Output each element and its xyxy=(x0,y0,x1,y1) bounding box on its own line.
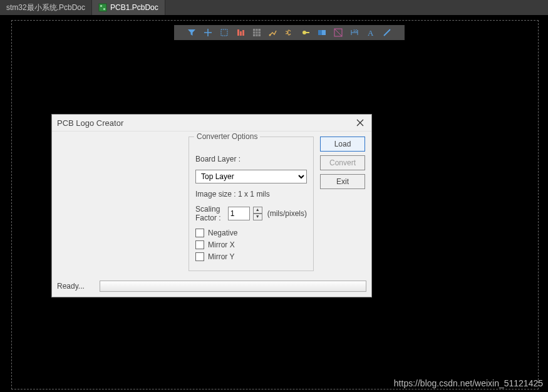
dialog-title: PCB Logo Creator xyxy=(57,118,123,128)
watermark-text: https://blog.csdn.net/weixin_51121425 xyxy=(394,378,543,388)
converter-options-group: Converter Options Board Layer : Top Laye… xyxy=(189,137,314,271)
group-legend: Converter Options xyxy=(194,132,260,141)
progress-bar xyxy=(100,281,366,292)
svg-rect-0 xyxy=(99,4,106,11)
mirror-x-checkbox-row[interactable]: Mirror X xyxy=(195,240,307,249)
image-size-text: Image size : 1 x 1 mils xyxy=(195,190,307,199)
scaling-factor-label: Scaling Factor : xyxy=(195,205,225,222)
line-icon[interactable] xyxy=(381,26,393,39)
document-tab-bar: stm32最小系统.PcbDoc PCB1.PcbDoc xyxy=(0,0,548,15)
svg-rect-7 xyxy=(253,29,261,36)
convert-button[interactable]: Convert xyxy=(320,155,365,170)
tab-pcb1[interactable]: PCB1.PcbDoc xyxy=(92,0,165,15)
text-icon[interactable]: A xyxy=(364,26,377,39)
tab-label: PCB1.PcbDoc xyxy=(110,3,158,12)
dimension-icon[interactable]: 10 xyxy=(348,26,361,39)
board-layer-select[interactable]: Top Layer xyxy=(195,170,307,183)
load-button[interactable]: Load xyxy=(320,137,365,152)
svg-rect-6 xyxy=(242,30,244,36)
preview-pane xyxy=(57,137,182,271)
close-icon[interactable] xyxy=(354,116,366,129)
tab-stm32[interactable]: stm32最小系统.PcbDoc xyxy=(0,0,92,15)
mirror-y-checkbox-row[interactable]: Mirror Y xyxy=(195,252,307,261)
svg-rect-10 xyxy=(306,32,309,33)
step-down-icon[interactable]: ▼ xyxy=(253,214,262,220)
pcb-logo-creator-dialog: PCB Logo Creator Converter Options Board… xyxy=(51,114,372,297)
select-rect-icon[interactable] xyxy=(218,26,230,39)
checkbox-icon[interactable] xyxy=(195,240,204,249)
svg-point-8 xyxy=(269,34,271,36)
svg-text:10: 10 xyxy=(353,29,358,33)
status-bar: Ready... xyxy=(52,277,371,297)
active-bar-toolbar: 10 A xyxy=(174,25,405,40)
checkbox-icon[interactable] xyxy=(195,229,204,237)
exit-button[interactable]: Exit xyxy=(320,174,365,189)
route-icon[interactable] xyxy=(267,26,279,39)
pcb-doc-icon xyxy=(98,3,107,12)
align-icon[interactable] xyxy=(234,26,247,39)
svg-rect-4 xyxy=(237,29,239,36)
svg-rect-3 xyxy=(221,29,227,36)
via-key-icon[interactable] xyxy=(299,26,312,39)
step-up-icon[interactable]: ▲ xyxy=(253,207,262,214)
status-text: Ready... xyxy=(57,282,95,291)
filter-icon[interactable] xyxy=(185,26,198,39)
grid-icon[interactable] xyxy=(251,26,263,39)
board-layer-label: Board Layer : xyxy=(195,155,307,163)
checkbox-label: Mirror Y xyxy=(208,252,234,261)
svg-rect-2 xyxy=(103,8,105,10)
diff-pair-icon[interactable] xyxy=(283,26,296,39)
place-cross-icon[interactable] xyxy=(202,26,214,39)
checkbox-label: Mirror X xyxy=(208,240,235,249)
dialog-titlebar[interactable]: PCB Logo Creator xyxy=(52,115,371,132)
negative-checkbox-row[interactable]: Negative xyxy=(195,229,307,237)
scaling-units: (mils/pixels) xyxy=(267,209,307,218)
scaling-stepper[interactable]: ▲ ▼ xyxy=(253,207,262,220)
tab-label: stm32最小系统.PcbDoc xyxy=(6,3,85,13)
checkbox-label: Negative xyxy=(208,229,237,237)
svg-rect-5 xyxy=(240,31,242,36)
svg-text:A: A xyxy=(368,28,374,38)
checkbox-icon[interactable] xyxy=(195,252,204,261)
measure-icon[interactable] xyxy=(332,26,344,39)
scaling-factor-input[interactable] xyxy=(228,207,250,220)
svg-rect-1 xyxy=(100,5,102,7)
plane-icon[interactable] xyxy=(316,26,328,39)
svg-rect-12 xyxy=(318,30,322,35)
